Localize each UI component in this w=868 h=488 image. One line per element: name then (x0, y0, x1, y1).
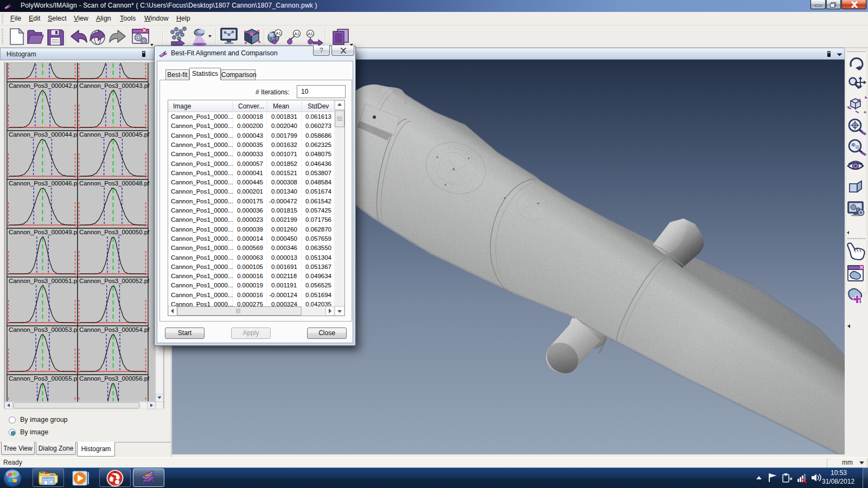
svg-text:0.056525: 0.056525 (305, 282, 331, 288)
svg-text:0.000016: 0.000016 (237, 292, 263, 298)
svg-text:Cannon_Pos1_0000...: Cannon_Pos1_0000... (171, 264, 233, 270)
svg-text:0.051367: 0.051367 (305, 264, 331, 270)
svg-text:0.000039: 0.000039 (237, 226, 263, 233)
svg-text:Cannon_Pos1_0000...: Cannon_Pos1_0000... (171, 160, 233, 167)
svg-text:Image: Image (173, 102, 192, 110)
svg-text:0.001340: 0.001340 (271, 188, 297, 195)
svg-text:Cannon_Pos1_0000...: Cannon_Pos1_0000... (171, 226, 233, 233)
svg-text:0.000346: 0.000346 (271, 245, 297, 251)
svg-text:Cannon_Pos1_0000...: Cannon_Pos1_0000... (171, 188, 233, 195)
svg-text:Cannon_Pos3_000055.pf: Cannon_Pos3_000055.pf (9, 375, 79, 382)
svg-text:0.063550: 0.063550 (305, 245, 331, 251)
svg-text:0.000105: 0.000105 (237, 264, 263, 270)
svg-text:Cannon_Pos3_000043.pf: Cannon_Pos3_000043.pf (79, 82, 150, 89)
svg-text:0.000018: 0.000018 (237, 113, 263, 120)
svg-text:Cannon_Pos1_0000...: Cannon_Pos1_0000... (171, 198, 233, 204)
svg-text:Cannon_Pos3_000048.pf: Cannon_Pos3_000048.pf (79, 180, 150, 187)
svg-text:0.000063: 0.000063 (237, 254, 263, 261)
svg-text:Cannon_Pos1_0000...: Cannon_Pos1_0000... (171, 245, 233, 251)
svg-text:Cannon_Pos3_000050.pf: Cannon_Pos3_000050.pf (79, 229, 150, 235)
svg-text:Cannon_Pos3_000053.pf: Cannon_Pos3_000053.pf (9, 326, 79, 333)
svg-text:A1: A1 (294, 31, 299, 36)
svg-text:Cannon_Pos3_000042.pf: Cannon_Pos3_000042.pf (9, 82, 79, 89)
svg-text:0.060273: 0.060273 (305, 123, 331, 129)
svg-text:-0.000124: -0.000124 (269, 292, 297, 298)
svg-text:0.000023: 0.000023 (237, 216, 263, 223)
svg-text:0.002118: 0.002118 (271, 273, 297, 279)
svg-text:0.062870: 0.062870 (305, 226, 331, 233)
svg-text:Cannon_Pos3_000052.pf: Cannon_Pos3_000052.pf (79, 278, 150, 284)
svg-text:A1: A1 (308, 31, 312, 36)
svg-text:0.071756: 0.071756 (305, 216, 331, 223)
svg-text:StdDev: StdDev (308, 102, 329, 110)
svg-text:0.000041: 0.000041 (237, 170, 263, 176)
svg-text:0.000175: 0.000175 (237, 198, 263, 204)
svg-text:0.058686: 0.058686 (305, 132, 331, 139)
svg-text:Cannon_Pos1_0000...: Cannon_Pos1_0000... (171, 207, 233, 214)
svg-text:Cannon_Pos1_0000...: Cannon_Pos1_0000... (171, 292, 233, 298)
svg-text:0.048584: 0.048584 (305, 179, 332, 185)
svg-text:0.000019: 0.000019 (237, 282, 263, 288)
svg-text:0.000016: 0.000016 (237, 273, 263, 279)
svg-text:0.061613: 0.061613 (305, 113, 331, 120)
svg-text:A1: A1 (276, 31, 280, 36)
svg-text:Cannon_Pos3_000051.pf: Cannon_Pos3_000051.pf (9, 278, 79, 284)
svg-text:Cannon_Pos3_000045.pf: Cannon_Pos3_000045.pf (79, 131, 150, 138)
svg-text:Cannon_Pos1_0000...: Cannon_Pos1_0000... (171, 179, 233, 185)
svg-text:0.002040: 0.002040 (271, 123, 297, 129)
svg-text:0.061542: 0.061542 (305, 198, 331, 204)
svg-text:0.057425: 0.057425 (305, 207, 331, 214)
svg-text:Cannon_Pos1_0000...: Cannon_Pos1_0000... (171, 273, 233, 279)
svg-text:0.062325: 0.062325 (305, 142, 331, 148)
svg-text:0.000035: 0.000035 (237, 142, 263, 148)
svg-text:0.001815: 0.001815 (271, 207, 297, 214)
svg-text:0.001521: 0.001521 (271, 170, 297, 176)
svg-text:Cannon_Pos1_0000...: Cannon_Pos1_0000... (171, 113, 233, 120)
svg-text:Cannon_Pos1_0000...: Cannon_Pos1_0000... (171, 123, 233, 129)
svg-text:Mean: Mean (273, 102, 289, 110)
svg-text:0.000445: 0.000445 (237, 179, 263, 185)
svg-text:0.000013: 0.000013 (271, 254, 297, 261)
svg-text:0.000569: 0.000569 (237, 245, 263, 251)
svg-text:Cannon_Pos3_000046.pf: Cannon_Pos3_000046.pf (9, 180, 79, 187)
svg-text:Cannon_Pos3_000056.pf: Cannon_Pos3_000056.pf (79, 375, 150, 382)
svg-text:0.000033: 0.000033 (237, 151, 263, 157)
svg-text:Cannon_Pos1_0000...: Cannon_Pos1_0000... (171, 235, 233, 242)
svg-text:Cannon_Pos1_0000...: Cannon_Pos1_0000... (171, 170, 233, 176)
svg-text:0.051304: 0.051304 (305, 254, 332, 261)
svg-text:0.053807: 0.053807 (305, 170, 331, 176)
svg-text:0.048075: 0.048075 (305, 151, 331, 157)
svg-text:Cannon_Pos1_0000...: Cannon_Pos1_0000... (171, 132, 233, 139)
svg-text:0.001799: 0.001799 (271, 132, 297, 139)
svg-text:0.001191: 0.001191 (271, 282, 297, 288)
svg-text:0.049634: 0.049634 (305, 273, 332, 279)
svg-text:0.001260: 0.001260 (271, 226, 297, 233)
svg-text:0.051674: 0.051674 (305, 188, 332, 195)
svg-text:Cannon_Pos1_0000...: Cannon_Pos1_0000... (171, 142, 233, 148)
svg-text:0.001852: 0.001852 (271, 160, 297, 167)
svg-text:0.002199: 0.002199 (271, 216, 297, 223)
svg-text:0.051694: 0.051694 (305, 292, 332, 298)
svg-text:0.001831: 0.001831 (271, 113, 297, 120)
svg-text:Cannon_Pos3_000044.pf: Cannon_Pos3_000044.pf (9, 131, 79, 138)
svg-text:0.001632: 0.001632 (271, 142, 297, 148)
svg-text:0.001691: 0.001691 (271, 264, 297, 270)
svg-text:Cannon_Pos1_0000...: Cannon_Pos1_0000... (171, 282, 233, 288)
svg-text:0.000450: 0.000450 (271, 235, 297, 242)
svg-text:0.000043: 0.000043 (237, 132, 263, 139)
svg-text:Cannon_Pos3_000049.pf: Cannon_Pos3_000049.pf (9, 229, 79, 235)
svg-text:0.000201: 0.000201 (237, 188, 263, 195)
svg-text:0.001071: 0.001071 (271, 151, 297, 157)
svg-text:-0.000472: -0.000472 (269, 198, 297, 204)
svg-text:Cannon_Pos1_0000...: Cannon_Pos1_0000... (171, 216, 233, 223)
svg-text:0.046436: 0.046436 (305, 160, 331, 167)
svg-text:0.000014: 0.000014 (237, 235, 264, 242)
svg-text:0.000057: 0.000057 (237, 160, 263, 167)
svg-text:Cannon_Pos1_0000...: Cannon_Pos1_0000... (171, 254, 233, 261)
svg-text:0.000308: 0.000308 (271, 179, 297, 185)
svg-text:0.000200: 0.000200 (237, 123, 263, 129)
svg-text:Conver...: Conver... (238, 102, 264, 110)
svg-text:0.000036: 0.000036 (237, 207, 263, 214)
svg-text:Cannon_Pos1_0000...: Cannon_Pos1_0000... (171, 151, 233, 157)
svg-text:Cannon_Pos3_000054.pf: Cannon_Pos3_000054.pf (79, 326, 150, 333)
